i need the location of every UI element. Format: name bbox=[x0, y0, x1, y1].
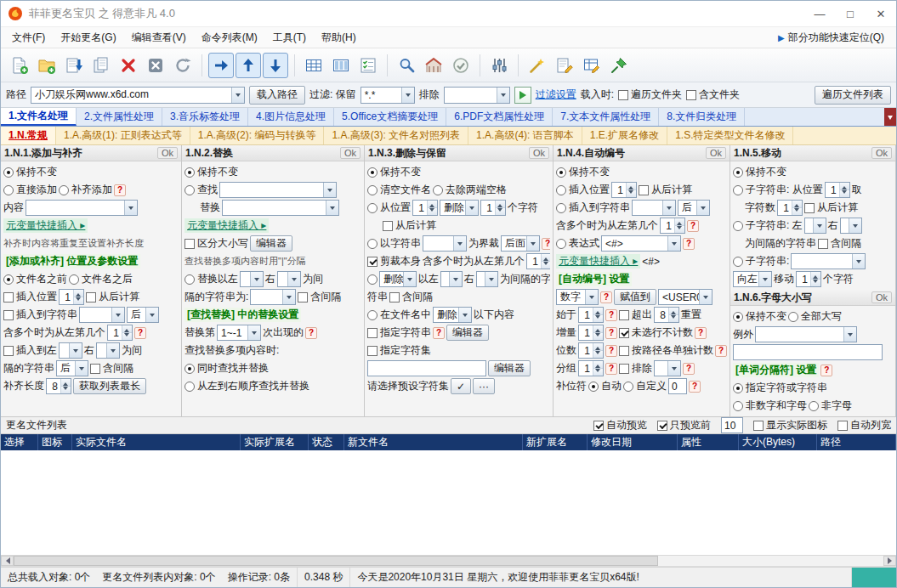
spin-up-icon[interactable] bbox=[840, 183, 849, 190]
pin-icon[interactable] bbox=[606, 53, 632, 78]
checkbox-option[interactable]: 指定字符串 bbox=[367, 325, 431, 340]
spin-up-icon[interactable] bbox=[74, 290, 83, 297]
meta-insert-link[interactable]: 元变量快捷插入 ▸ bbox=[185, 218, 269, 233]
radio-option[interactable]: 从左到右顺序查找并替换 bbox=[185, 379, 309, 393]
radio-option[interactable]: 在文件名中 bbox=[367, 308, 431, 322]
spin-up-icon[interactable] bbox=[122, 325, 132, 333]
spin-up-icon[interactable] bbox=[792, 201, 802, 208]
value-select[interactable]: 删除 bbox=[379, 271, 417, 287]
close-button[interactable]: ✕ bbox=[866, 1, 896, 26]
checkbox-option[interactable]: 区分大小写 bbox=[185, 236, 248, 251]
checkbox-icon[interactable] bbox=[389, 292, 400, 302]
radio-icon[interactable] bbox=[69, 274, 79, 285]
panel-button[interactable]: ✓ bbox=[451, 378, 471, 394]
checkbox-option[interactable]: 自动列宽 bbox=[837, 418, 891, 433]
load-list-icon[interactable] bbox=[61, 53, 87, 78]
radio-option[interactable]: 同时查找并替换 bbox=[185, 361, 269, 376]
spin-up-icon[interactable] bbox=[811, 272, 820, 280]
column-header[interactable]: 实际扩展名 bbox=[241, 434, 309, 450]
help-button[interactable]: ? bbox=[689, 381, 701, 393]
chevron-down-icon[interactable] bbox=[403, 272, 416, 286]
spin-up-icon[interactable] bbox=[428, 201, 437, 208]
text-input[interactable]: 0 bbox=[668, 378, 687, 394]
main-tab-1[interactable]: 1.文件名处理 bbox=[1, 108, 77, 126]
sub-tab-4[interactable]: 1.A.高级(3): 文件名对照列表 bbox=[324, 127, 468, 144]
spin-down-icon[interactable] bbox=[74, 297, 83, 304]
quick-locate-menu[interactable]: ▶ 部分功能快速定位(Q) bbox=[778, 31, 893, 45]
panel-button[interactable]: 赋值到 bbox=[614, 289, 656, 305]
radio-icon[interactable] bbox=[623, 382, 633, 392]
value-select[interactable] bbox=[755, 326, 857, 342]
maximize-button[interactable]: □ bbox=[835, 1, 866, 26]
radio-icon[interactable] bbox=[556, 185, 566, 195]
include-folder-checkbox[interactable]: 含文件夹 bbox=[686, 88, 740, 102]
checkbox-icon[interactable] bbox=[619, 346, 629, 356]
checkbox-icon[interactable] bbox=[804, 203, 815, 213]
radio-icon[interactable] bbox=[367, 203, 378, 213]
number-spinner[interactable]: 1 bbox=[578, 342, 604, 359]
number-spinner[interactable]: 1 bbox=[825, 182, 850, 198]
spin-down-icon[interactable] bbox=[122, 333, 132, 340]
checkbox-option[interactable]: 从后计算 bbox=[804, 201, 858, 215]
radio-icon[interactable] bbox=[733, 383, 743, 393]
move-right-icon[interactable] bbox=[208, 53, 234, 78]
grid-view-icon[interactable] bbox=[301, 53, 326, 78]
spin-down-icon[interactable] bbox=[792, 208, 802, 215]
number-spinner[interactable]: 1 bbox=[611, 182, 637, 198]
help-button[interactable]: ? bbox=[605, 327, 617, 339]
text-input[interactable]: 10 bbox=[721, 417, 743, 433]
panel-button[interactable]: 编辑器 bbox=[488, 360, 531, 376]
checkbox-icon[interactable] bbox=[3, 292, 14, 302]
spinner-arrows[interactable] bbox=[73, 290, 83, 304]
task-list-icon[interactable] bbox=[355, 53, 381, 78]
radio-option[interactable]: 从位置 bbox=[367, 201, 411, 215]
chevron-down-icon[interactable] bbox=[662, 201, 675, 215]
value-select[interactable] bbox=[440, 271, 463, 287]
radio-icon[interactable] bbox=[59, 185, 69, 195]
radio-icon[interactable] bbox=[367, 185, 378, 195]
spinner-arrows[interactable] bbox=[839, 183, 849, 197]
radio-icon[interactable] bbox=[788, 312, 798, 322]
checkbox-icon[interactable] bbox=[686, 90, 696, 100]
column-header[interactable]: 实际文件名 bbox=[72, 434, 241, 450]
radio-option[interactable]: 自定义 bbox=[623, 379, 667, 393]
clear-list-icon[interactable] bbox=[143, 53, 168, 78]
chevron-down-icon[interactable] bbox=[250, 272, 263, 286]
checkbox-option[interactable]: 插入位置 bbox=[3, 290, 57, 304]
text-input[interactable] bbox=[367, 360, 486, 376]
ok-button[interactable]: Ok bbox=[706, 147, 726, 159]
radio-option[interactable]: 文件名之前 bbox=[3, 272, 67, 286]
main-tab-3[interactable]: 3.音乐标签处理 bbox=[162, 108, 248, 126]
add-folder-icon[interactable] bbox=[34, 53, 60, 78]
spinner-arrows[interactable] bbox=[593, 343, 603, 358]
value-select[interactable]: 删除 bbox=[433, 307, 472, 323]
column-header[interactable]: 选择 bbox=[1, 434, 38, 450]
checkbox-icon[interactable] bbox=[837, 421, 848, 431]
radio-option[interactable]: 保持不变 bbox=[3, 165, 57, 179]
checkbox-icon[interactable] bbox=[367, 328, 378, 338]
path-input[interactable]: 小刀娱乐网www.x6d.com bbox=[31, 87, 245, 104]
radio-icon[interactable] bbox=[367, 167, 378, 178]
spin-up-icon[interactable] bbox=[542, 254, 550, 262]
apply-filter-button[interactable] bbox=[514, 87, 531, 104]
number-spinner[interactable]: 1 bbox=[660, 218, 685, 234]
chevron-down-icon[interactable] bbox=[326, 201, 338, 215]
radio-option[interactable]: 以字符串 bbox=[367, 236, 421, 251]
panel-button[interactable]: 编辑器 bbox=[250, 235, 292, 252]
column-header[interactable]: 属性 bbox=[678, 434, 739, 450]
radio-icon[interactable] bbox=[185, 382, 195, 392]
spin-down-icon[interactable] bbox=[428, 208, 437, 215]
radio-icon[interactable] bbox=[809, 401, 819, 411]
radio-icon[interactable] bbox=[556, 203, 566, 213]
spin-down-icon[interactable] bbox=[593, 351, 603, 358]
value-select[interactable] bbox=[26, 200, 138, 216]
spinner-arrows[interactable] bbox=[792, 201, 802, 215]
number-spinner[interactable]: 1 bbox=[796, 271, 821, 287]
spin-down-icon[interactable] bbox=[840, 190, 849, 197]
checkbox-option[interactable]: 排除 bbox=[619, 361, 652, 376]
radio-option[interactable]: 非字母 bbox=[809, 399, 852, 413]
radio-icon[interactable] bbox=[185, 274, 195, 285]
column-header[interactable]: 大小(Bytes) bbox=[739, 434, 817, 450]
traverse-folder-checkbox[interactable]: 遍历文件夹 bbox=[618, 88, 682, 102]
help-button[interactable]: ? bbox=[305, 327, 317, 339]
